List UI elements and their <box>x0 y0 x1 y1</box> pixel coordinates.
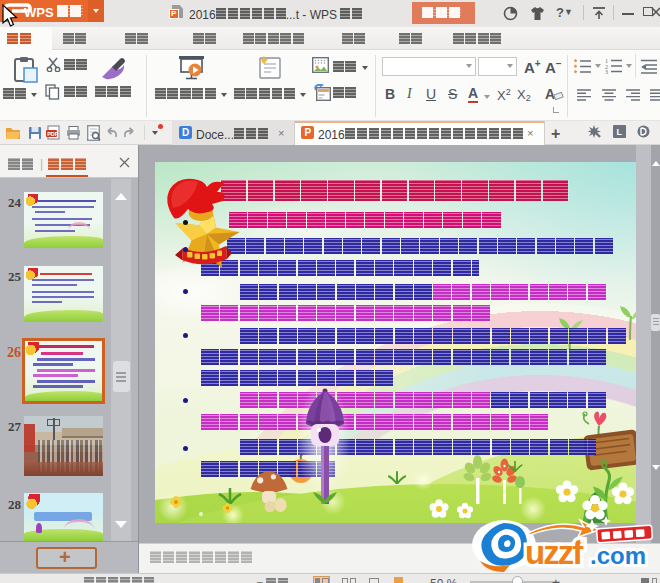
svg-text:.com: .com <box>590 542 646 569</box>
svg-text:PDF: PDF <box>47 131 59 137</box>
svg-text:uzzf: uzzf <box>525 534 584 571</box>
svg-text:3: 3 <box>605 69 608 74</box>
